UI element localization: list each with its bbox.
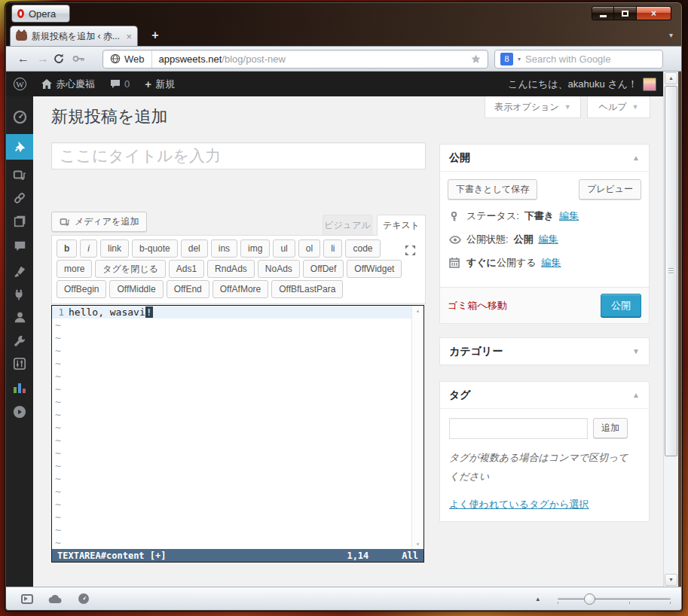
tab-close-icon[interactable]: × <box>126 31 132 42</box>
edit-visibility-link[interactable]: 編集 <box>539 233 558 246</box>
editor-button-RndAds[interactable]: RndAds <box>207 260 255 278</box>
editor-button-code[interactable]: code <box>345 239 380 258</box>
editor-button-img[interactable]: img <box>240 239 270 258</box>
collapse-icon[interactable]: ▲ <box>632 391 640 399</box>
browser-tab[interactable]: 新規投稿を追加 ‹ 赤... × <box>10 26 138 46</box>
editor-button-i[interactable]: i <box>80 239 97 258</box>
sidebar-item-pages[interactable] <box>6 209 33 232</box>
expand-icon[interactable]: ▼ <box>632 347 640 355</box>
maximize-button[interactable] <box>614 6 637 20</box>
address-bar[interactable]: Web appsweets.net/blog/post-new <box>102 50 488 69</box>
sidebar-item-settings[interactable] <box>6 352 33 375</box>
editor-button-OffBegin[interactable]: OffBegin <box>57 280 106 298</box>
scrollbar-up-button[interactable]: ▴ <box>665 72 677 84</box>
scrollbar-down-button[interactable]: ▾ <box>665 574 677 586</box>
zoom-slider-knob[interactable] <box>584 593 595 605</box>
reload-button[interactable] <box>53 53 72 65</box>
tab-text-editor[interactable]: テキスト <box>377 215 426 236</box>
sidebar-item-videos[interactable] <box>6 401 33 423</box>
page-scrollbar[interactable]: ▴ ▾ <box>663 72 678 587</box>
forward-button[interactable]: → <box>33 50 53 68</box>
panels-toggle-button[interactable] <box>21 594 33 604</box>
user-avatar[interactable] <box>643 78 656 91</box>
url-text[interactable]: appsweets.net/blog/post-new <box>152 53 471 65</box>
editor-button-OffWidget[interactable]: OffWidget <box>347 260 402 278</box>
turbo-button[interactable] <box>78 593 90 605</box>
tags-panel-header[interactable]: タグ ▲ <box>440 382 649 408</box>
comments-link[interactable]: 0 <box>102 72 137 96</box>
zoom-tick <box>629 602 630 604</box>
sync-button[interactable] <box>48 594 63 604</box>
editor-button-b[interactable]: b <box>57 239 77 258</box>
sidebar-item-stats[interactable] <box>6 377 33 399</box>
help-button[interactable]: ヘルプ ▼ <box>587 96 650 118</box>
new-content-link[interactable]: + 新規 <box>137 72 182 96</box>
editor-button-OffEnd[interactable]: OffEnd <box>167 280 209 298</box>
editor-button-ol[interactable]: ol <box>298 239 320 258</box>
add-tag-button[interactable]: 追加 <box>593 418 628 438</box>
wasavi-text-area[interactable]: 1 hello, wasavi! ~~~~~~~~~~~~~~~~~~ <box>52 306 411 549</box>
scroll-down-icon[interactable]: ▾ <box>412 541 424 547</box>
editor-button-OffDef[interactable]: OffDef <box>303 260 344 278</box>
sidebar-item-posts[interactable] <box>6 134 33 160</box>
sidebar-item-links[interactable] <box>6 187 33 209</box>
sidebar-item-plugins[interactable] <box>6 283 33 306</box>
site-link[interactable]: 赤心慶福 <box>34 72 102 96</box>
editor-button-ins[interactable]: ins <box>211 239 237 258</box>
tag-cloud-link[interactable]: よく使われているタグから選択 <box>449 498 589 511</box>
editor-button-OffBfLastPara[interactable]: OffBfLastPara <box>271 280 343 298</box>
wp-logo-menu[interactable]: W <box>6 72 34 96</box>
editor-button-ul[interactable]: ul <box>273 239 295 258</box>
address-mode-badge[interactable]: Web <box>103 50 152 68</box>
editor-button-OffAfMore[interactable]: OffAfMore <box>213 280 268 298</box>
sidebar-item-comments[interactable] <box>6 235 33 258</box>
close-button[interactable]: × <box>637 6 671 20</box>
sidebar-item-dashboard[interactable] <box>6 105 33 128</box>
bookmark-star-icon[interactable] <box>470 53 482 65</box>
scrollbar-thumb[interactable] <box>665 86 677 456</box>
add-media-button[interactable]: メディアを追加 <box>51 212 147 232</box>
key-password-icon[interactable] <box>72 54 92 63</box>
sidebar-item-media[interactable] <box>6 164 33 187</box>
back-button[interactable]: ← <box>14 50 33 68</box>
post-title-input[interactable]: ここにタイトルを入力 <box>51 142 426 169</box>
tab-list-chevron-icon[interactable]: ▾ <box>669 31 673 39</box>
tag-input[interactable] <box>449 418 588 439</box>
search-engine-chevron-icon[interactable]: ▾ <box>518 56 521 63</box>
search-bar[interactable]: 8 ▾ Search with Google <box>494 50 663 69</box>
screen-options-button[interactable]: 表示オプション ▼ <box>485 96 581 118</box>
collapse-icon[interactable]: ▲ <box>632 154 640 162</box>
editor-button-link[interactable]: link <box>100 239 129 258</box>
google-engine-icon[interactable]: 8 <box>500 53 513 66</box>
editor-button-OffMiddle[interactable]: OffMiddle <box>109 280 163 298</box>
wasavi-scrollbar[interactable]: ▴ ▾ <box>411 306 424 549</box>
new-tab-button[interactable]: + <box>145 29 165 43</box>
save-draft-button[interactable]: 下書きとして保存 <box>448 179 537 200</box>
fullscreen-icon[interactable] <box>405 245 416 256</box>
scroll-up-icon[interactable]: ▴ <box>412 307 424 314</box>
edit-status-link[interactable]: 編集 <box>559 209 579 223</box>
editor-button-li[interactable]: li <box>323 239 342 258</box>
tab-visual-editor[interactable]: ビジュアル <box>323 215 372 236</box>
sidebar-item-appearance[interactable] <box>6 261 33 283</box>
editor-button-NoAds[interactable]: NoAds <box>258 260 300 278</box>
editor-button-del[interactable]: del <box>181 239 208 258</box>
greeting-text[interactable]: こんにちは、akahuku さん！ <box>508 78 638 91</box>
category-panel-header[interactable]: カテゴリー ▼ <box>440 338 649 364</box>
publish-panel-header[interactable]: 公開 ▲ <box>440 145 649 171</box>
wasavi-editor[interactable]: 1 hello, wasavi! ~~~~~~~~~~~~~~~~~~ ▴ ▾ … <box>51 305 424 563</box>
publish-button[interactable]: 公開 <box>601 294 641 317</box>
editor-button-more[interactable]: more <box>57 260 92 278</box>
zoom-slider[interactable] <box>558 593 671 605</box>
sidebar-item-users[interactable] <box>6 306 33 328</box>
minimize-button[interactable] <box>592 6 614 20</box>
preview-button[interactable]: プレビュー <box>579 179 641 200</box>
editor-button-タグを閉じる[interactable]: タグを閉じる <box>95 260 165 278</box>
edit-schedule-link[interactable]: 編集 <box>542 256 561 270</box>
move-to-trash-link[interactable]: ゴミ箱へ移動 <box>448 299 507 313</box>
zoom-popup-button[interactable]: ▴ <box>536 595 540 602</box>
editor-button-b-quote[interactable]: b-quote <box>132 239 178 258</box>
opera-menu-button[interactable]: Opera <box>11 5 70 23</box>
sidebar-item-tools[interactable] <box>6 330 33 352</box>
editor-button-Ads1[interactable]: Ads1 <box>169 260 204 278</box>
